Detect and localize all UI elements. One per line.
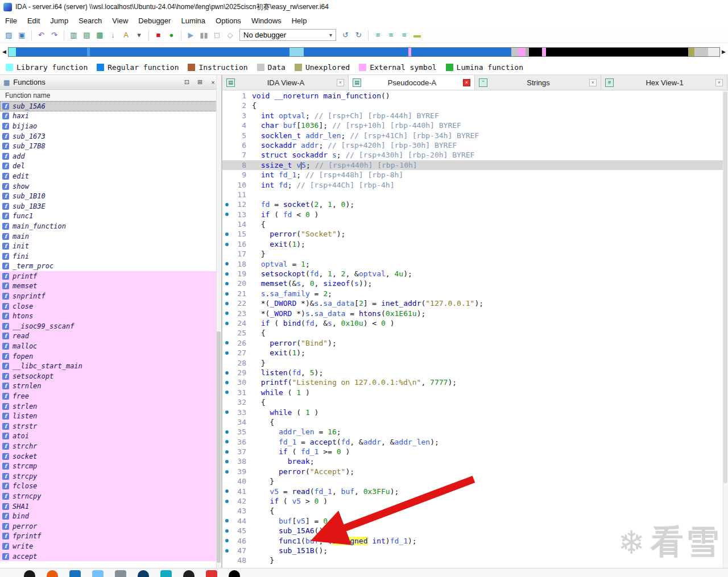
code-line-29[interactable]: 29 listen(fd, 5); [222,368,728,377]
taskbar-app-5[interactable] [115,570,126,577]
function-item-fprintf[interactable]: ffprintf [0,532,221,542]
tab-close-icon[interactable]: × [715,79,723,86]
code-line-7[interactable]: 7 struct sockaddr s; // [rsp+430h] [rbp-… [222,150,728,160]
function-item-snprintf[interactable]: fsnprintf [0,291,221,301]
function-item-htons[interactable]: fhtons [0,311,221,321]
taskbar-app-7[interactable] [160,570,172,577]
navband-segment[interactable] [16,48,87,56]
breakpoint-button[interactable]: ↺ [340,29,351,41]
editor-scrollbar[interactable] [723,90,728,568]
names-button[interactable]: ▤ [81,29,93,41]
debugger-select[interactable]: No debugger▾ [239,29,336,41]
function-item-sub-1673[interactable]: fsub_1673 [0,131,221,142]
menu-jump[interactable]: Jump [45,15,73,27]
code-line-9[interactable]: 9 int fd_1; // [rsp+448h] [rbp-8h] [222,170,728,180]
function-item-strnlen[interactable]: fstrnlen [0,381,221,392]
panel-restore-icon[interactable]: ⊡ [182,77,192,87]
function-item-listen[interactable]: flisten [0,411,221,421]
navband-segment[interactable] [9,48,16,56]
code-line-22[interactable]: 22 *(_DWORD *)&s.sa_data[2] = inet_addr(… [222,298,728,308]
segments-button[interactable]: ▥ [68,29,80,41]
function-item-strcpy[interactable]: fstrcpy [0,471,221,481]
code-line-41[interactable]: 41 v5 = read(fd_1, buf, 0x3FFu); [222,487,728,496]
function-item-strchr[interactable]: fstrchr [0,441,221,451]
function-item-fopen[interactable]: ffopen [0,351,221,362]
function-item-close[interactable]: fclose [0,301,221,312]
function-item-sha1[interactable]: fSHA1 [0,501,221,512]
detach-button[interactable]: ◇ [224,29,236,41]
function-item-accept[interactable]: faccept [0,551,221,562]
redo-button[interactable]: ↷ [48,29,60,41]
navband-segment[interactable] [411,48,511,56]
tab-ida-view-a[interactable]: ▤IDA View-A× [222,75,349,90]
tab-close-icon[interactable]: × [337,79,344,86]
code-line-43[interactable]: 43 { [222,506,728,516]
taskbar-app-3[interactable] [69,570,81,577]
start-record-button[interactable]: ● [166,29,177,41]
function-item-sub-17b8[interactable]: fsub_17B8 [0,141,221,151]
taskbar-app-10[interactable] [229,570,240,577]
code-line-40[interactable]: 40 } [222,476,728,486]
functions-scrollbar-thumb[interactable] [217,331,221,563]
function-item-bijiao[interactable]: fbijiao [0,121,221,131]
code-line-4[interactable]: 4 char buf[1036]; // [rsp+10h] [rbp-440h… [222,121,728,130]
navband-segment[interactable] [289,48,304,56]
function-item-fini[interactable]: ffini [0,251,221,261]
navband-left-arrow-icon[interactable]: ◀ [2,49,7,55]
code-line-44[interactable]: 44 buf[v5] = 0; [222,516,728,526]
code-line-33[interactable]: 33 while ( 1 ) [222,408,728,417]
code-line-46[interactable]: 46 func1(buf, (unsigned int)fd_1); [222,536,728,546]
menu-file[interactable]: File [0,15,22,27]
functions-scrollbar[interactable] [216,75,221,568]
function-item-fclose[interactable]: ffclose [0,481,221,492]
tab-pseudocode-a[interactable]: ▤Pseudocode-A× [349,75,475,90]
code-line-38[interactable]: 38 break; [222,456,728,466]
stop-record-button[interactable]: ■ [152,29,164,41]
pause-button[interactable]: ▮▮ [198,29,210,41]
function-name-column-header[interactable]: Function name [0,90,221,101]
function-item-setsockopt[interactable]: fsetsockopt [0,371,221,381]
menu-debugger[interactable]: Debugger [133,15,176,27]
code-line-21[interactable]: 21 s.sa_family = 2; [222,289,728,298]
navband-segment[interactable] [529,48,542,56]
code-line-19[interactable]: 19 setsockopt(fd, 1, 2, &optval, 4u); [222,269,728,279]
function-item-perror[interactable]: fperror [0,521,221,532]
save-button[interactable]: ▣ [16,29,28,41]
function-item-printf[interactable]: fprintf [0,271,221,281]
function-item-read[interactable]: fread [0,331,221,342]
code-line-13[interactable]: 13 if ( fd < 0 ) [222,210,728,219]
function-item-memset[interactable]: fmemset [0,281,221,292]
code-line-15[interactable]: 15 perror("Socket"); [222,229,728,239]
navband-right-arrow-icon[interactable]: ▶ [721,49,726,55]
window-list-3-button[interactable]: ≡ [398,29,410,41]
function-item-libc-start-main[interactable]: f__libc_start_main [0,361,221,371]
navband-segment[interactable] [542,48,547,56]
tab-close-icon[interactable]: × [463,79,470,86]
code-line-12[interactable]: 12 fd = socket(2, 1, 0); [222,200,728,209]
navband-segment[interactable] [708,48,719,56]
window-list-1-button[interactable]: ≡ [372,29,384,41]
code-line-36[interactable]: 36 fd_1 = accept(fd, &addr, &addr_len); [222,437,728,447]
code-line-2[interactable]: 2{ [222,101,728,110]
code-line-37[interactable]: 37 if ( fd_1 >= 0 ) [222,447,728,456]
navband-segment[interactable] [511,48,519,56]
code-line-42[interactable]: 42 if ( v5 > 0 ) [222,496,728,506]
tab-strings[interactable]: ''Strings× [475,75,601,90]
navband-segment[interactable] [688,48,694,56]
function-item-func1[interactable]: ffunc1 [0,211,221,222]
function-item-haxi[interactable]: fhaxi [0,111,221,122]
code-line-48[interactable]: 48 } [222,555,728,565]
undo-button[interactable]: ↶ [35,29,47,41]
code-line-8[interactable]: 8 ssize_t v5; // [rsp+440h] [rbp-10h] [222,160,728,170]
code-line-10[interactable]: 10 int fd; // [rsp+44Ch] [rbp-4h] [222,180,728,190]
code-line-34[interactable]: 34 { [222,417,728,427]
navigation-band[interactable] [8,47,720,57]
code-line-26[interactable]: 26 perror("Bind"); [222,338,728,348]
taskbar-app-2[interactable] [47,570,58,577]
code-line-30[interactable]: 30 printf("Listening on 127.0.0.1:%d\n",… [222,377,728,387]
menu-view[interactable]: View [107,15,133,27]
function-item-free[interactable]: ffree [0,391,221,401]
code-line-16[interactable]: 16 exit(1); [222,239,728,249]
panel-dock-icon[interactable]: ⊞ [195,77,205,87]
function-item-sub-15a6[interactable]: fsub_15A6 [0,101,221,111]
